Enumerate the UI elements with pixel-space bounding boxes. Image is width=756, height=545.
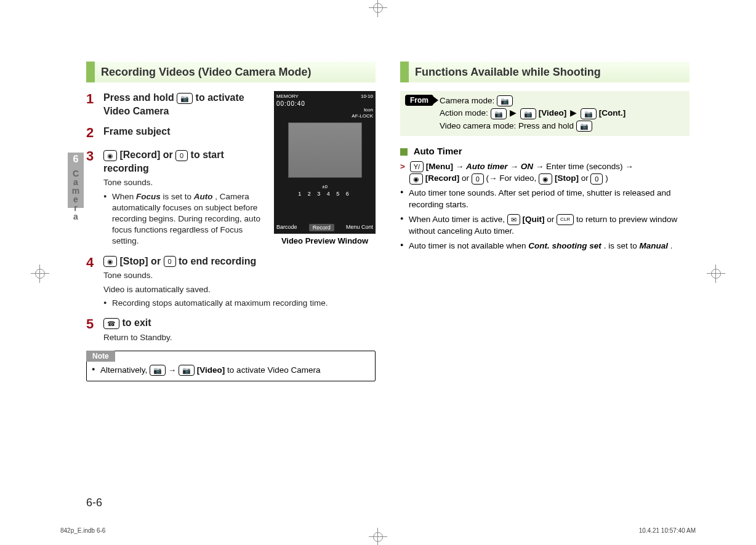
step-number-3: 3 [86,148,103,247]
note-body: Alternatively, 📷 → 📷 [Video] to activate… [92,365,370,376]
footer-timestamp: 10.4.21 10:57:40 AM [639,527,696,534]
chevron-icon: > [400,162,405,171]
from-label: From [405,95,433,106]
end-key-icon: ☎ [103,318,119,329]
screen-icon-label: Icon [276,107,373,113]
auto-timer-bullet-3: Auto timer is not available when Cont. s… [400,240,690,252]
note-box: Note Alternatively, 📷 → 📷 [Video] to act… [86,351,376,381]
softkey-center: Record [309,224,334,231]
footer-file: 842p_E.indb 6-6 [60,527,105,534]
camera-key-icon: 📷 [177,93,193,104]
chapter-number: 6 [68,153,84,166]
step-number-4: 4 [86,255,103,309]
preview-screen: MEMORY 10·10 00:00:40 Icon AF-LOCK ±0 1 … [274,91,376,234]
from-lines: Camera mode: 📷 Action mode: 📷 ▶ 📷 [Video… [440,95,625,132]
step-2: 2 Frame subject [86,125,269,141]
center-key-icon: ◉ [103,256,117,267]
screen-status-time: 10·10 [361,93,373,99]
chapter-label: Camera [70,169,82,221]
step1-before: Press and hold [103,92,177,103]
zero-key-icon: 0 [472,173,484,185]
auto-timer-block: Auto Timer > Y/ [Menu] → Auto timer → ON… [400,145,690,252]
screen-row: ±0 [276,184,373,189]
step-number-1: 1 [86,91,103,117]
page-number: 6-6 [86,496,102,509]
arrow-icon: ▶ [510,107,517,119]
heading-text-right: Functions Available while Shooting [415,66,601,79]
preview-caption: Video Preview Window [274,236,376,246]
step3-bullet: When Focus is set to Auto , Camera autom… [103,191,269,247]
heading-text-left: Recording Videos (Video Camera Mode) [101,66,311,79]
step-3: 3 ◉ [Record] or 0 to start recording Ton… [86,148,269,247]
registration-mark-right [707,265,725,283]
camera-key-icon: 📷 [520,108,536,119]
topic-title: Auto Timer [414,146,462,156]
step4-bullet: Recording stops automatically at maximum… [103,298,376,309]
step5-after: to exit [122,317,151,328]
topic-marker-icon [400,148,408,156]
viewfinder [288,122,362,178]
right-column: Functions Available while Shooting From … [400,62,690,381]
zero-key-icon: 0 [164,256,176,267]
camera-key-icon: 📷 [581,108,597,119]
auto-timer-bullet-2: When Auto timer is active, ✉ [Quit] or C… [400,213,690,237]
camera-key-icon: 📷 [179,365,195,376]
step-1: 1 Press and hold 📷 to activate Video Cam… [86,91,269,117]
left-column: Recording Videos (Video Camera Mode) MEM… [86,62,376,381]
step3-record: [Record] or [119,149,175,160]
step4-desc1: Tone sounds. [103,270,376,281]
section-heading-right: Functions Available while Shooting [400,62,690,82]
mail-key-icon: ✉ [507,214,520,225]
zero-key-icon: 0 [175,150,188,161]
arrow-icon: ▶ [570,107,577,119]
camera-key-icon: 📷 [576,121,592,132]
screen-aflock: AF-LOCK [276,113,373,119]
registration-mark-bottom [369,528,387,545]
step-number-2: 2 [86,125,103,141]
heading-bar-icon [400,62,409,82]
softkey-left: Barcode [276,224,297,231]
step-number-5: 5 [86,316,103,343]
center-key-icon: ◉ [103,150,117,161]
step3-desc1: Tone sounds. [103,177,269,188]
registration-mark-top [369,0,387,17]
clr-key-icon: CLR [557,214,574,225]
center-key-icon: ◉ [409,173,423,185]
softkey-right: Menu Cont [346,224,373,231]
step-4: 4 ◉ [Stop] or 0 to end recording Tone so… [86,255,376,309]
step5-desc1: Return to Standby. [103,332,376,343]
y-key-icon: Y/ [410,161,424,172]
screen-status-memory: MEMORY [276,93,299,99]
step4-after: to end recording [179,256,256,266]
step2-title: Frame subject [103,125,269,138]
step4-desc2: Video is automatically saved. [103,284,376,295]
screen-numbers: 1 2 3 4 5 6 [276,191,373,197]
zero-key-icon: 0 [590,173,603,185]
camera-key-icon: 📷 [491,108,507,119]
step4-stop: [Stop] or [119,256,163,266]
from-box: From Camera mode: 📷 Action mode: 📷 ▶ 📷 [… [400,91,690,136]
note-label: Note [86,351,115,362]
auto-timer-bullet-1: Auto timer tone sounds. After set period… [400,187,690,211]
heading-bar-icon [86,62,95,82]
page-content: Recording Videos (Video Camera Mode) MEM… [86,62,690,492]
registration-mark-left [31,265,49,283]
camera-key-icon: 📷 [497,95,513,106]
video-preview-figure: MEMORY 10·10 00:00:40 Icon AF-LOCK ±0 1 … [274,91,376,246]
center-key-icon: ◉ [539,173,552,185]
section-heading-left: Recording Videos (Video Camera Mode) [86,62,376,82]
screen-timer: 00:00:40 [276,100,373,107]
step-5: 5 ☎ to exit Return to Standby. [86,316,376,343]
camera-key-icon: 📷 [150,365,166,376]
